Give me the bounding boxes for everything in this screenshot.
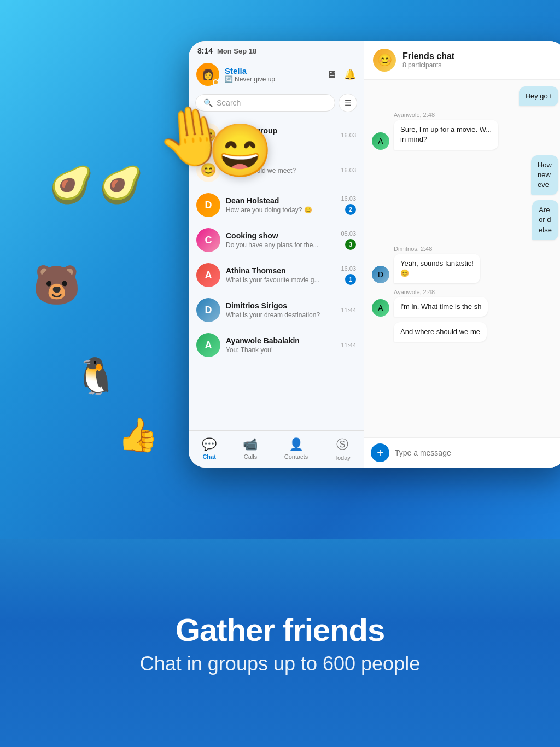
profile-avatar[interactable]: 👩 — [196, 63, 219, 86]
penguin-sticker: 🐧 — [74, 355, 118, 397]
message-row: Areor delse — [372, 200, 558, 240]
device-frame: 8:14 Mon Sep 18 👩 Stella 🔄 Never give up… — [189, 41, 560, 468]
chat-avatar: A — [196, 263, 220, 287]
gather-subtitle: Chat in groups up to 600 people — [140, 652, 420, 675]
date-display: Mon Sep 18 — [217, 47, 256, 55]
time-display: 8:14 — [197, 46, 213, 55]
nav-contacts[interactable]: 👤 Contacts — [284, 437, 308, 460]
chat-time: 16.03 — [341, 265, 356, 272]
profile-name: Stella — [225, 66, 326, 75]
msg-sender-time: Ayanwole, 2:48 — [394, 112, 498, 118]
message-row: D Dimitrios, 2:48 Yeah, sounds fantastic… — [372, 246, 558, 283]
chat-avatar: C — [196, 228, 220, 252]
today-label: Today — [334, 454, 350, 461]
chat-item[interactable]: D Dean Holstead How are you doing today?… — [189, 188, 364, 223]
group-info: Friends chat 8 participants — [402, 51, 454, 69]
chat-icon: 💬 — [202, 437, 217, 452]
today-icon: Ⓢ — [336, 436, 348, 453]
nav-today[interactable]: Ⓢ Today — [334, 436, 350, 461]
chat-avatar: D — [196, 298, 220, 322]
chat-item[interactable]: A Ayanwole Babalakin You: Thank you! 11:… — [189, 328, 364, 363]
profile-header: 👩 Stella 🔄 Never give up 🖥 🔔 — [189, 59, 364, 90]
chat-time: 16.03 — [341, 195, 356, 202]
status-dot — [213, 79, 219, 85]
chat-name: Athina Thomsen — [226, 266, 336, 275]
chat-item[interactable]: C Cooking show Do you have any plans for… — [189, 223, 364, 258]
group-avatar: 😊 — [373, 49, 396, 72]
nav-calls[interactable]: 📹 Calls — [243, 437, 258, 460]
message-bubble: Sure, I'm up for a movie. W...in mind? — [394, 120, 498, 149]
message-bubble: I'm in. What time is the sh — [394, 297, 488, 317]
message-content: Areor delse — [532, 200, 558, 240]
chat-meta: 11:44 — [341, 342, 356, 348]
profile-status: 🔄 Never give up — [225, 75, 326, 83]
message-row: A Ayanwole, 2:48 I'm in. What time is th… — [372, 289, 558, 317]
msg-avatar: D — [372, 266, 389, 283]
chat-view-panel: 😊 Friends chat 8 participants Hey go t A… — [364, 41, 560, 468]
smile-emoji: 😄 — [208, 120, 273, 182]
message-input-bar: + — [364, 437, 560, 468]
chat-time: 11:44 — [341, 307, 356, 313]
message-content: Hey go t — [519, 86, 558, 106]
msg-avatar: A — [372, 299, 389, 317]
chat-preview: What is your dream destination? — [226, 311, 336, 319]
chat-meta: 16.03 — [341, 132, 356, 138]
header-icons: 🖥 🔔 — [326, 68, 356, 80]
msg-sender-time: Ayanwole, 2:48 — [394, 289, 488, 295]
chat-body: Ayanwole Babalakin You: Thank you! — [226, 336, 336, 354]
message-bubble: Hey go t — [519, 86, 558, 106]
chat-item[interactable]: D Dimitrios Sirigos What is your dream d… — [189, 293, 364, 328]
chat-time: 05.03 — [341, 230, 356, 237]
chat-item[interactable]: A Athina Thomsen What is your favourite … — [189, 258, 364, 293]
chat-avatar: D — [196, 193, 220, 217]
calls-label: Calls — [244, 453, 257, 460]
calls-icon: 📹 — [243, 437, 258, 452]
avocado-stickers: 🥑🥑 — [49, 164, 143, 206]
thumb-sticker: 👍 — [118, 416, 159, 454]
chat-time: 11:44 — [341, 342, 356, 348]
chat-preview: You: Thank you! — [226, 346, 336, 354]
chat-meta: 16.03 1 — [341, 265, 356, 285]
message-row: Hey go t — [372, 86, 558, 106]
chat-body: Cooking show Do you have any plans for t… — [226, 231, 336, 249]
add-button[interactable]: + — [371, 443, 389, 462]
unread-badge: 1 — [345, 274, 356, 285]
chat-preview: Do you have any plans for the... — [226, 241, 336, 249]
contacts-label: Contacts — [284, 453, 308, 460]
group-participants: 8 participants — [402, 61, 454, 69]
unread-badge: 2 — [345, 204, 356, 215]
message-row: And where should we me — [372, 322, 558, 342]
msg-sender-time: Dimitrios, 2:48 — [394, 246, 480, 252]
device-icon[interactable]: 🖥 — [326, 69, 336, 80]
chat-body: Athina Thomsen What is your favourite mo… — [226, 266, 336, 284]
message-bubble: Areor delse — [532, 200, 558, 240]
bottom-section: Gather friends Chat in groups up to 600 … — [0, 561, 560, 747]
chat-label: Chat — [202, 453, 215, 460]
contacts-icon: 👤 — [289, 437, 304, 452]
chat-meta: 05.03 3 — [341, 230, 356, 250]
message-content: Ayanwole, 2:48 Sure, I'm up for a movie.… — [394, 112, 498, 149]
message-row: A Ayanwole, 2:48 Sure, I'm up for a movi… — [372, 112, 558, 149]
chat-meta: 16.03 2 — [341, 195, 356, 215]
message-content: And where should we me — [394, 322, 487, 342]
chat-name: Cooking show — [226, 231, 336, 240]
bell-icon[interactable]: 🔔 — [344, 68, 356, 80]
status-bar: 8:14 Mon Sep 18 — [189, 41, 364, 59]
message-content: Howneweve — [531, 155, 558, 195]
message-row: Howneweve — [372, 155, 558, 195]
chat-meta: 11:44 — [341, 307, 356, 313]
bottom-nav: 💬 Chat 📹 Calls 👤 Contacts Ⓢ Today — [189, 430, 364, 468]
unread-badge: 3 — [345, 239, 356, 250]
chat-messages: Hey go t A Ayanwole, 2:48 Sure, I'm up f… — [364, 80, 560, 437]
message-input[interactable] — [395, 448, 559, 457]
filter-button[interactable]: ☰ — [339, 94, 357, 112]
bear-sticker: 🐻 — [33, 262, 80, 307]
nav-chat[interactable]: 💬 Chat — [202, 437, 217, 460]
chat-name: Ayanwole Babalakin — [226, 336, 336, 345]
profile-info: Stella 🔄 Never give up — [225, 66, 326, 83]
message-bubble: Yeah, sounds fantastic!😊 — [394, 254, 480, 283]
chat-name: Dimitrios Sirigos — [226, 301, 336, 310]
chat-preview: How are you doing today? 😊 — [226, 206, 336, 214]
message-content: Ayanwole, 2:48 I'm in. What time is the … — [394, 289, 488, 317]
chat-time: 16.03 — [341, 167, 356, 173]
